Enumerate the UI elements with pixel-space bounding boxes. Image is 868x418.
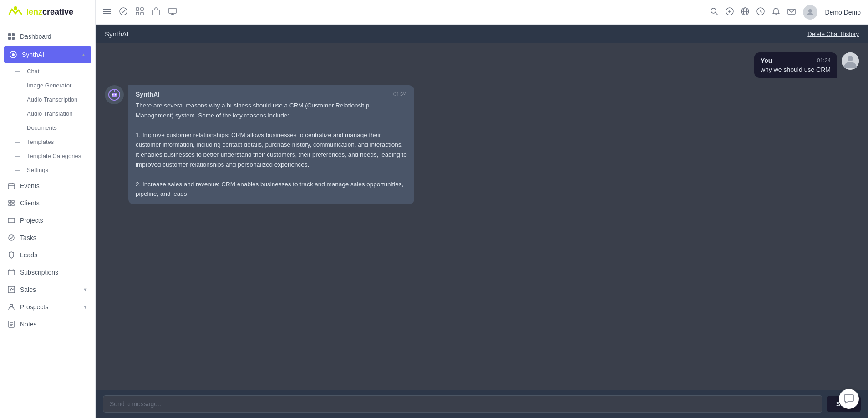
- sidebar-item-subscriptions-label: Subscriptions: [20, 269, 88, 276]
- sidebar-item-leads-label: Leads: [20, 251, 88, 259]
- chevron-up-icon: ▲: [81, 52, 86, 57]
- delete-chat-history-button[interactable]: Delete Chat History: [807, 31, 859, 37]
- user-message-container: You 01:24 why we should use CRM: [105, 52, 859, 78]
- chat-input[interactable]: [103, 395, 822, 413]
- ai-message-time: 01:24: [393, 91, 407, 97]
- svg-rect-33: [152, 10, 160, 15]
- sidebar-sub-audio-translation[interactable]: — Audio Translation: [0, 107, 95, 121]
- monitor-icon[interactable]: [168, 7, 177, 17]
- logo-text: lenzcreative: [26, 7, 73, 17]
- svg-rect-32: [141, 12, 143, 15]
- sidebar-item-tasks[interactable]: Tasks: [0, 229, 95, 246]
- svg-rect-4: [12, 37, 15, 40]
- sidebar-item-sales[interactable]: Sales ▼: [0, 281, 95, 298]
- calendar-icon: [7, 182, 15, 190]
- sidebar-item-projects-label: Projects: [20, 217, 88, 224]
- synthai-title: SynthAI: [105, 30, 129, 38]
- grid-icon[interactable]: [136, 7, 144, 17]
- logo-icon: [7, 5, 24, 18]
- briefcase-icon[interactable]: [152, 7, 160, 17]
- sidebar-item-prospects[interactable]: Prospects ▼: [0, 298, 95, 316]
- svg-rect-15: [8, 218, 15, 223]
- sidebar-sub-templates-label: Templates: [27, 138, 54, 145]
- svg-rect-3: [8, 37, 11, 40]
- tasks-icon: [7, 234, 15, 242]
- svg-point-28: [120, 8, 127, 15]
- globe-icon[interactable]: [741, 7, 749, 17]
- sidebar-sub-documents-label: Documents: [27, 124, 57, 131]
- svg-point-0: [14, 6, 17, 10]
- user-message-name: You: [761, 57, 772, 64]
- sidebar-item-dashboard[interactable]: Dashboard: [0, 28, 95, 45]
- sidebar-sub-settings[interactable]: — Settings: [0, 163, 95, 177]
- clients-icon: [7, 199, 15, 207]
- sidebar-sub-audio-transcription-label: Audio Transcription: [27, 96, 77, 103]
- sidebar-item-projects[interactable]: Projects: [0, 212, 95, 229]
- sidebar-item-leads[interactable]: Leads: [0, 246, 95, 264]
- main-area: Demo Demo SynthAI Delete Chat History Yo…: [96, 0, 868, 418]
- svg-rect-7: [8, 184, 15, 189]
- ai-message-header: SynthAI 01:24: [136, 91, 407, 98]
- sidebar-item-synthai-label: SynthAI: [22, 51, 76, 58]
- sidebar-sub-templates[interactable]: — Templates: [0, 135, 95, 149]
- svg-rect-12: [12, 200, 14, 203]
- sidebar-item-events[interactable]: Events: [0, 177, 95, 194]
- svg-point-56: [114, 89, 115, 91]
- user-message-bubble: You 01:24 why we should use CRM: [754, 52, 837, 78]
- prospects-icon: [7, 303, 15, 311]
- sidebar-item-notes-label: Notes: [20, 321, 88, 328]
- sidebar-sub-audio-transcription[interactable]: — Audio Transcription: [0, 92, 95, 107]
- sidebar-item-notes[interactable]: Notes: [0, 316, 95, 333]
- sidebar-item-events-label: Events: [20, 182, 88, 189]
- svg-rect-18: [8, 270, 15, 275]
- sales-chevron-icon: ▼: [83, 287, 88, 292]
- dashboard-icon: [7, 32, 15, 41]
- svg-point-6: [12, 53, 15, 56]
- svg-rect-2: [12, 33, 15, 36]
- subscriptions-icon: [7, 268, 15, 276]
- sidebar: lenzcreative Dashboard SynthAI ▲ — Chat …: [0, 0, 96, 418]
- sidebar-item-synthai[interactable]: SynthAI ▲: [4, 46, 91, 63]
- user-message-header: You 01:24: [761, 57, 831, 64]
- sidebar-item-clients[interactable]: Clients: [0, 194, 95, 212]
- svg-rect-29: [136, 8, 139, 10]
- menu-icon[interactable]: [103, 8, 111, 16]
- sidebar-item-subscriptions[interactable]: Subscriptions: [0, 264, 95, 281]
- check-circle-icon[interactable]: [119, 7, 127, 17]
- ai-message-text: There are several reasons why a business…: [136, 101, 407, 199]
- topbar-right: Demo Demo: [710, 5, 861, 20]
- user-avatar[interactable]: [803, 5, 817, 20]
- prospects-chevron-icon: ▼: [83, 304, 88, 310]
- projects-icon: [7, 216, 15, 224]
- user-message-text: why we should use CRM: [761, 66, 831, 73]
- svg-rect-13: [9, 204, 11, 206]
- svg-rect-30: [141, 8, 143, 10]
- plus-icon[interactable]: [726, 7, 734, 17]
- sidebar-sub-documents[interactable]: — Documents: [0, 121, 95, 135]
- search-icon[interactable]: [710, 7, 718, 17]
- sidebar-sub-settings-label: Settings: [27, 167, 48, 173]
- svg-point-54: [115, 94, 117, 96]
- sidebar-nav: Dashboard SynthAI ▲ — Chat — Image Gener…: [0, 24, 95, 418]
- sidebar-sub-chat[interactable]: — Chat: [0, 64, 95, 78]
- mail-icon[interactable]: [787, 7, 796, 17]
- sidebar-item-tasks-label: Tasks: [20, 234, 88, 241]
- user-message-time: 01:24: [817, 57, 831, 64]
- svg-rect-14: [12, 204, 14, 206]
- sidebar-item-clients-label: Clients: [20, 199, 88, 207]
- sidebar-sub-image-generator[interactable]: — Image Generator: [0, 78, 95, 92]
- logo: lenzcreative: [0, 0, 95, 24]
- sidebar-sub-template-categories[interactable]: — Template Categories: [0, 149, 95, 163]
- sidebar-sub-audio-translation-label: Audio Translation: [27, 110, 72, 117]
- svg-point-20: [10, 304, 13, 307]
- floating-chat-button[interactable]: [839, 389, 859, 409]
- chat-area: You 01:24 why we should use CRM: [96, 43, 868, 390]
- topbar-icons: [103, 7, 177, 17]
- svg-point-48: [808, 9, 812, 13]
- notes-icon: [7, 320, 15, 328]
- clock-icon[interactable]: [756, 7, 765, 17]
- sidebar-item-sales-label: Sales: [20, 286, 78, 293]
- svg-rect-19: [8, 286, 15, 293]
- bell-icon[interactable]: [772, 7, 780, 17]
- chat-input-area: Send: [96, 390, 868, 418]
